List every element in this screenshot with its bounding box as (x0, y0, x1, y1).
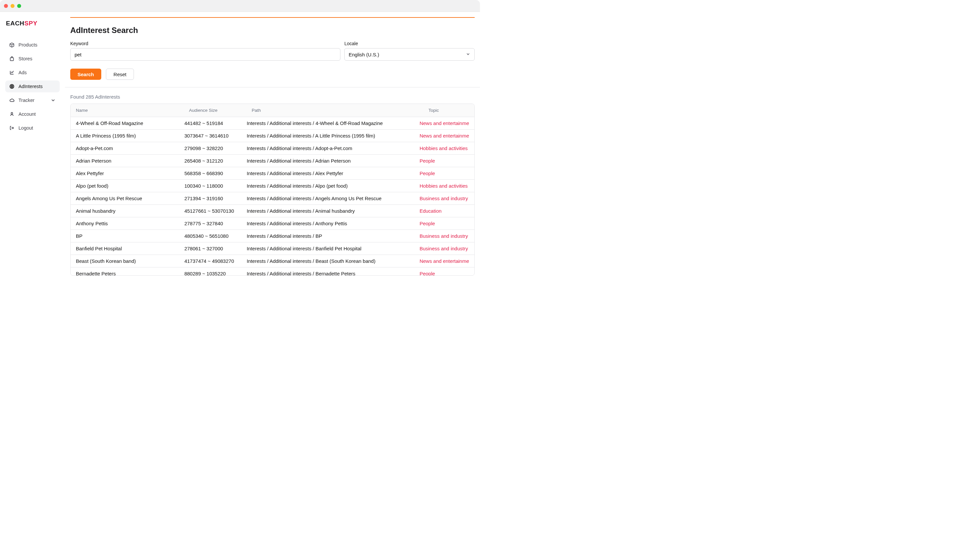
cell-name: Animal husbandry (71, 205, 179, 217)
cell-topic: Hobbies and activities (414, 142, 474, 155)
cell-name: 4-Wheel & Off-Road Magazine (71, 117, 179, 130)
sidebar-item-label: Products (18, 42, 37, 48)
table-row[interactable]: Banfield Pet Hospital278061 ~ 327000Inte… (71, 242, 474, 255)
sidebar-item-adinterests[interactable]: AdInterests (5, 80, 60, 92)
results-body: 4-Wheel & Off-Road Magazine441482 ~ 5191… (71, 117, 474, 276)
cell-name: Alex Pettyfer (71, 167, 179, 180)
cell-path: Interests / Additional interests / Angel… (241, 192, 414, 205)
cell-name: Bernadette Peters (71, 268, 179, 276)
reset-button[interactable]: Reset (106, 69, 134, 80)
table-row[interactable]: 4-Wheel & Off-Road Magazine441482 ~ 5191… (71, 117, 474, 130)
table-row[interactable]: Alpo (pet food)100340 ~ 118000Interests … (71, 180, 474, 192)
cell-topic: News and entertainme (414, 117, 474, 130)
results-scroll[interactable]: 4-Wheel & Off-Road Magazine441482 ~ 5191… (71, 117, 474, 276)
cell-path: Interests / Additional interests / Alpo … (241, 180, 414, 192)
cell-topic: People (414, 217, 474, 230)
table-row[interactable]: BP4805340 ~ 5651080Interests / Additiona… (71, 230, 474, 242)
cell-path: Interests / Additional interests / A Lit… (241, 130, 414, 142)
svg-point-3 (12, 86, 12, 87)
sidebar-item-label: Account (18, 112, 36, 117)
target-icon (9, 84, 15, 89)
table-row[interactable]: Animal husbandry45127661 ~ 53070130Inter… (71, 205, 474, 217)
close-window-button[interactable] (4, 4, 8, 8)
locale-value: English (U.S.) (349, 52, 379, 57)
cell-path: Interests / Additional interests / Banfi… (241, 242, 414, 255)
cell-topic: Business and industry (414, 192, 474, 205)
cell-topic: People (414, 167, 474, 180)
table-row[interactable]: A Little Princess (1995 film)3073647 ~ 3… (71, 130, 474, 142)
table-row[interactable]: Angels Among Us Pet Rescue271394 ~ 31916… (71, 192, 474, 205)
keyword-field[interactable] (75, 52, 336, 57)
keyword-label: Keyword (70, 41, 340, 46)
results-count: Found 285 AdInterests (70, 94, 474, 100)
sidebar-item-ads[interactable]: Ads (5, 67, 60, 79)
cell-name: BP (71, 230, 179, 242)
page-title: AdInterest Search (70, 26, 474, 35)
table-row[interactable]: Alex Pettyfer568358 ~ 668390Interests / … (71, 167, 474, 180)
cell-size: 279098 ~ 328220 (179, 142, 241, 155)
divider (65, 87, 480, 87)
sidebar-item-account[interactable]: Account (5, 108, 60, 120)
cell-size: 100340 ~ 118000 (179, 180, 241, 192)
cell-size: 271394 ~ 319160 (179, 192, 241, 205)
brand-part1: EACH (6, 20, 25, 27)
nav-list: ProductsStoresAdsAdInterestsTrackerAccou… (5, 39, 60, 134)
titlebar (0, 0, 480, 12)
cell-size: 41737474 ~ 49083270 (179, 255, 241, 268)
cloud-icon (9, 98, 15, 103)
cell-path: Interests / Additional interests / Alex … (241, 167, 414, 180)
cell-path: Interests / Additional interests / 4-Whe… (241, 117, 414, 130)
cell-size: 880289 ~ 1035220 (179, 268, 241, 276)
col-size[interactable]: Audience Size (184, 104, 246, 117)
cell-topic: Business and industry (414, 242, 474, 255)
col-path[interactable]: Path (246, 104, 423, 117)
cell-name: Adopt-a-Pet.com (71, 142, 179, 155)
search-button[interactable]: Search (70, 69, 101, 80)
cell-name: Banfield Pet Hospital (71, 242, 179, 255)
svg-point-4 (11, 112, 13, 114)
results-table-wrap: Name Audience Size Path Topic 4-Wheel & … (70, 103, 474, 276)
sidebar-item-tracker[interactable]: Tracker (5, 94, 60, 106)
cell-topic: People (414, 268, 474, 276)
cell-size: 278775 ~ 327840 (179, 217, 241, 230)
cell-name: Angels Among Us Pet Rescue (71, 192, 179, 205)
cell-name: A Little Princess (1995 film) (71, 130, 179, 142)
cell-path: Interests / Additional interests / Adopt… (241, 142, 414, 155)
sidebar-item-label: Ads (18, 70, 27, 75)
results-table: Name Audience Size Path Topic (71, 104, 474, 117)
chart-icon (9, 70, 15, 75)
cell-size: 45127661 ~ 53070130 (179, 205, 241, 217)
sidebar-item-label: AdInterests (18, 84, 43, 89)
bag-icon (9, 56, 15, 61)
cell-size: 265408 ~ 312120 (179, 155, 241, 167)
table-row[interactable]: Bernadette Peters880289 ~ 1035220Interes… (71, 268, 474, 276)
table-row[interactable]: Beast (South Korean band)41737474 ~ 4908… (71, 255, 474, 268)
sidebar-item-products[interactable]: Products (5, 39, 60, 51)
cell-topic: People (414, 155, 474, 167)
sidebar-item-label: Stores (18, 56, 32, 61)
table-row[interactable]: Anthony Pettis278775 ~ 327840Interests /… (71, 217, 474, 230)
cell-path: Interests / Additional interests / Adria… (241, 155, 414, 167)
user-icon (9, 112, 15, 117)
table-row[interactable]: Adopt-a-Pet.com279098 ~ 328220Interests … (71, 142, 474, 155)
table-row[interactable]: Adrian Peterson265408 ~ 312120Interests … (71, 155, 474, 167)
col-topic[interactable]: Topic (423, 104, 474, 117)
brand-part2: SPY (25, 20, 38, 27)
minimize-window-button[interactable] (11, 4, 15, 8)
cell-name: Alpo (pet food) (71, 180, 179, 192)
sidebar-item-stores[interactable]: Stores (5, 53, 60, 65)
cell-path: Interests / Additional interests / BP (241, 230, 414, 242)
cell-size: 3073647 ~ 3614610 (179, 130, 241, 142)
cell-topic: News and entertainme (414, 130, 474, 142)
keyword-input[interactable] (70, 48, 340, 61)
cell-path: Interests / Additional interests / Anima… (241, 205, 414, 217)
cell-size: 568358 ~ 668390 (179, 167, 241, 180)
maximize-window-button[interactable] (17, 4, 21, 8)
cell-path: Interests / Additional interests / Beast… (241, 255, 414, 268)
sidebar-item-label: Logout (18, 125, 33, 131)
cell-name: Anthony Pettis (71, 217, 179, 230)
locale-select[interactable]: English (U.S.) (345, 48, 474, 61)
sidebar-item-label: Tracker (18, 98, 34, 103)
sidebar-item-logout[interactable]: Logout (5, 122, 60, 134)
col-name[interactable]: Name (71, 104, 184, 117)
